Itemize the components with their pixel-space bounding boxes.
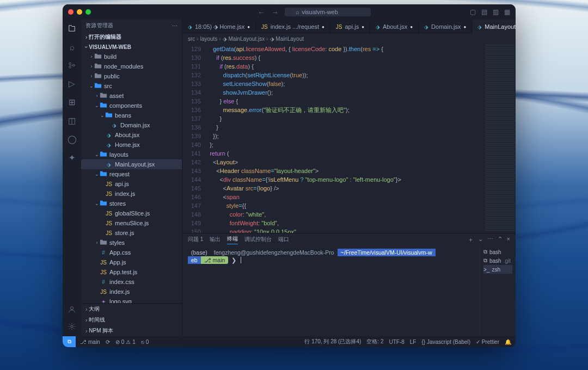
svg-point-0 (69, 63, 71, 65)
customize-layout-icon[interactable]: ▦ (504, 8, 510, 16)
panel-tab[interactable]: 调试控制台 (244, 236, 272, 243)
editor-tab[interactable]: JSapi.js● (330, 20, 370, 34)
minimap[interactable] (484, 44, 516, 233)
notifications-icon[interactable]: 🔔 (505, 339, 511, 345)
svg-point-2 (73, 64, 75, 66)
new-terminal-icon[interactable]: ＋ (468, 236, 474, 244)
window-controls (68, 9, 91, 15)
breadcrumb[interactable]: src›layouts›⬗ MainLayout.jsx›⬗ MainLayou… (182, 34, 516, 44)
term-path: ~/FreeTime/visualVM-UI/visualvm-w (338, 249, 436, 256)
layout-toggle-icon[interactable]: ▥ (493, 8, 499, 16)
explorer-icon[interactable] (66, 23, 77, 34)
tree-item-index.js[interactable]: JSindex.js (81, 287, 182, 297)
tree-item-api.js[interactable]: JSapi.js (81, 179, 182, 189)
editor-tab[interactable]: JSindex.js .../request● (256, 20, 330, 34)
problems-count[interactable]: ⊘ 0 ⚠ 1 (115, 339, 136, 345)
tree-item-globalSlice.js[interactable]: JSglobalSlice.js (81, 208, 182, 218)
tree-item-Home.jsx[interactable]: ⬗Home.jsx (81, 140, 182, 150)
nav-back-icon[interactable]: ← (255, 8, 267, 16)
terminal-dropdown-icon[interactable]: ⌄ (478, 236, 483, 244)
tree-item-index.js[interactable]: JSindex.js (81, 189, 182, 199)
npm-scripts-section[interactable]: NPM 脚本 (81, 325, 182, 336)
tree-item-logo.svg[interactable]: ✦logo.svg (81, 297, 182, 303)
tree-item-App.test.js[interactable]: JSApp.test.js (81, 267, 182, 277)
tree-item-menuSlice.js[interactable]: JSmenuSlice.js (81, 218, 182, 228)
layout-sidebar-icon[interactable]: ▤ (481, 8, 487, 16)
run-debug-icon[interactable]: ▷ (66, 78, 77, 89)
tree-item-request[interactable]: request (81, 169, 182, 179)
maximize-panel-icon[interactable]: ⌃ (498, 236, 503, 244)
terminal-instance[interactable]: ⧉bash .git (483, 256, 512, 265)
tree-item-layouts[interactable]: layouts (81, 150, 182, 159)
encoding[interactable]: UTF-8 (389, 339, 404, 345)
terminal-instance[interactable]: ⧉bash (483, 248, 512, 256)
tree-item-stores[interactable]: stores (81, 199, 182, 208)
terminal-instance[interactable]: >_zsh (483, 265, 512, 274)
terminal[interactable]: (base) fengzheng@gushidefengzhengdeMacBo… (182, 245, 480, 336)
titlebar: ← → visualvm-web ▢ ▤ ▥ ▦ (63, 4, 516, 20)
tree-item-MainLayout.jsx[interactable]: ⬗MainLayout.jsx (81, 159, 182, 169)
search-icon[interactable]: ⌕ (66, 41, 77, 52)
close-panel-icon[interactable]: × (507, 236, 510, 244)
cursor-position[interactable]: 行 170, 列 28 (已选择4) (304, 338, 361, 346)
maximize-window[interactable] (85, 9, 91, 15)
tree-item-App.css[interactable]: #App.css (81, 248, 182, 257)
editor-group: ⬗18:05) ⬗ Home.jsx●JSindex.js .../reques… (182, 20, 516, 336)
panel-tab[interactable]: 端口 (278, 236, 289, 243)
command-center[interactable]: visualvm-web (285, 8, 371, 16)
tree-item-store.js[interactable]: JSstore.js (81, 228, 182, 238)
tree-item-build[interactable]: build (81, 52, 182, 61)
sidebar: 资源管理器 ⋯ 打开的编辑器 VISUALVM-WEB buildnode_mo… (81, 20, 182, 336)
git-branch[interactable]: ⎇ main (80, 339, 100, 345)
git-sync[interactable]: ⟳ (106, 339, 110, 345)
tree-item-node_modules[interactable]: node_modules (81, 61, 182, 71)
language-mode[interactable]: {} Javascript (Babel) (421, 339, 470, 345)
extensions-icon[interactable]: ⊞ (66, 97, 77, 108)
panel-more-icon[interactable]: ⋯ (487, 236, 493, 244)
tree-item-App.js[interactable]: JSApp.js (81, 257, 182, 267)
editor-tab[interactable]: ⬗MainLayout.jsx● (472, 20, 516, 34)
remote-indicator[interactable]: ⧉ (63, 336, 76, 347)
panel-tab[interactable]: 输出 (210, 236, 220, 243)
code-area[interactable]: getData(api.licenseAllowed, { licenseCod… (206, 44, 484, 233)
sidebar-more-icon[interactable]: ⋯ (172, 23, 177, 29)
tree-item-styles[interactable]: styles (81, 238, 182, 248)
nav-forward-icon[interactable]: → (269, 8, 280, 16)
prettier-status[interactable]: ✓ Prettier (476, 339, 499, 345)
settings-icon[interactable] (66, 321, 77, 332)
svg-point-3 (70, 307, 73, 310)
file-tree: buildnode_modulespublicsrcassetcomponent… (81, 52, 182, 303)
tree-item-asset[interactable]: asset (81, 91, 182, 101)
editor-tab[interactable]: ⬗Domain.jsx● (419, 20, 472, 34)
open-editors-section[interactable]: 打开的编辑器 (81, 32, 182, 42)
tree-item-components[interactable]: components (81, 101, 182, 110)
minimize-window[interactable] (77, 9, 82, 15)
tree-item-public[interactable]: public (81, 71, 182, 81)
timeline-section[interactable]: 时间线 (81, 314, 182, 325)
tree-item-beans[interactable]: beans (81, 110, 182, 120)
tree-item-index.css[interactable]: #index.css (81, 277, 182, 287)
docker-icon[interactable]: ◫ (66, 115, 77, 126)
tree-item-src[interactable]: src (81, 81, 182, 91)
workspace-section[interactable]: VISUALVM-WEB (81, 42, 182, 52)
outline-section[interactable]: 大纲 (81, 304, 182, 314)
layout-panel-icon[interactable]: ▢ (470, 8, 476, 16)
panel-tab[interactable]: 问题 1 (188, 236, 203, 243)
eol[interactable]: LF (410, 339, 416, 345)
editor-tab[interactable]: ⬗About.jsx● (370, 20, 419, 34)
svg-point-4 (71, 325, 73, 328)
close-window[interactable] (68, 9, 74, 15)
term-branch: ⎇ main (201, 256, 229, 264)
extra-icon[interactable]: ✦ (66, 152, 77, 163)
editor-tab[interactable]: ⬗18:05) ⬗ Home.jsx● (182, 20, 256, 34)
tree-item-Domain.jsx[interactable]: ⬗Domain.jsx (81, 120, 182, 130)
editor[interactable]: 1291301311321331341351361371381391401411… (182, 44, 516, 233)
term-path2: eb (188, 256, 201, 264)
panel-tab[interactable]: 终端 (227, 235, 238, 244)
indentation[interactable]: 空格: 2 (366, 338, 383, 346)
account-icon[interactable] (66, 304, 77, 314)
ports-count[interactable]: ⎋ 0 (141, 339, 149, 345)
source-control-icon[interactable] (66, 60, 77, 71)
tree-item-About.jsx[interactable]: ⬗About.jsx (81, 130, 182, 140)
github-icon[interactable]: ◯ (66, 134, 77, 145)
